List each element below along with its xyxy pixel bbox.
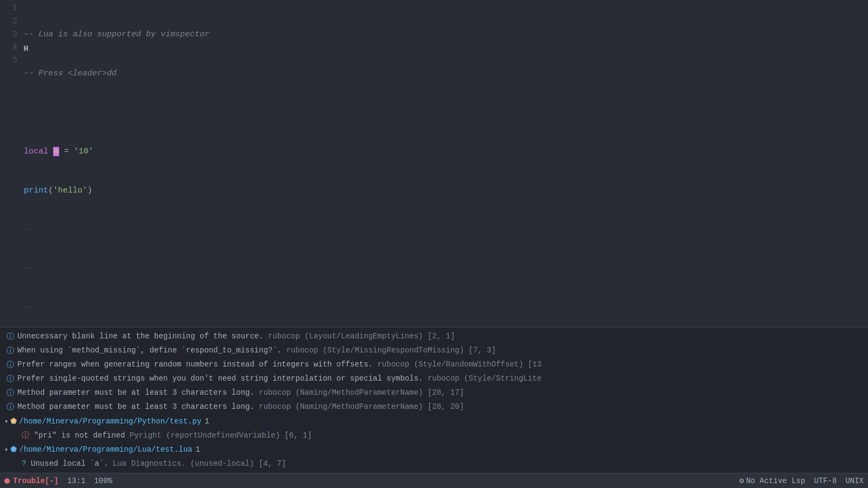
vim-mode-H: H [22, 43, 30, 56]
gear-icon: ⚙ [739, 476, 744, 485]
tilde-line-1: ~ [24, 223, 868, 236]
info-icon-4: ⓘ [7, 374, 14, 385]
code-line-2: -- Press <leader>dd [24, 67, 868, 80]
trouble-msg-5: Method parameter must be at least 3 char… [17, 387, 259, 399]
line-num-4: 4 [0, 41, 17, 54]
trouble-msg-2: When using `method_missing`, define `res… [17, 345, 286, 356]
python-file-path: /home/Minerva/Programming/Python/test.py [19, 416, 201, 427]
status-percent: 100% [94, 477, 113, 485]
hint-icon-1: ? [22, 458, 26, 470]
status-position: 13:1 [67, 477, 86, 485]
trouble-source-5: rubocop (Naming/MethodParameterName) [259, 387, 427, 399]
encoding-text: UTF-8 [814, 477, 837, 485]
tilde-line-2: ~ [24, 262, 868, 275]
code-line-3 [24, 106, 868, 119]
trouble-item-5[interactable]: ⓘ Method parameter must be at least 3 ch… [0, 386, 868, 400]
python-file-row[interactable]: ▾ ⬟ /home/Minerva/Programming/Python/tes… [0, 414, 868, 429]
chevron-down-icon-lua: ▾ [4, 445, 8, 455]
trouble-source-2: rubocop (Style/MissingRespondToMissing) [286, 345, 469, 356]
status-lsp: ⚙ No Active Lsp [739, 476, 806, 485]
keyword-local: local [24, 147, 48, 156]
python-error-source-1: Pyright (reportUndefinedVariable) [130, 430, 285, 441]
trouble-item-2[interactable]: ⓘ When using `method_missing`, define `r… [0, 344, 868, 358]
code-line-5: print('hello') [24, 184, 868, 197]
trouble-msg-6: Method parameter must be at least 3 char… [17, 401, 259, 413]
lsp-status-text: No Active Lsp [746, 477, 805, 485]
trouble-panel: ⓘ Unnecessary blank line at the beginnin… [0, 327, 868, 473]
python-file-icon: ⬟ [10, 416, 17, 427]
paren-open: ( [48, 186, 53, 195]
lua-file-row[interactable]: ▾ ⬟ /home/Minerva/Programming/Lua/test.l… [0, 442, 868, 457]
lua-hint-loc-1: [4, 7] [259, 458, 286, 470]
lua-file-icon: ⬟ [10, 444, 17, 455]
python-error-item-1[interactable]: ⓘ "pri" is not defined Pyright (reportUn… [0, 429, 868, 442]
chevron-down-icon: ▾ [4, 417, 8, 427]
lua-hint-source-1: Lua Diagnostics. (unused-local) [113, 458, 259, 470]
string-hello: 'hello' [53, 186, 87, 195]
lua-file-path: /home/Minerva/Programming/Lua/test.lua [19, 444, 192, 455]
status-mode: Trouble[-] [4, 477, 59, 485]
info-icon-3: ⓘ [7, 359, 14, 371]
error-icon-1: ⓘ [22, 430, 29, 441]
trouble-item-3[interactable]: ⓘ Prefer ranges when generating random n… [0, 358, 868, 372]
tilde-line-3: ~ [24, 301, 868, 314]
trouble-loc-6: [28, 20] [427, 401, 464, 413]
status-dot [4, 478, 10, 484]
comment-text-2: -- Press <leader>dd [24, 69, 117, 78]
trouble-source-4: rubocop (Style/StringLite [427, 373, 541, 384]
assign-op: = [59, 147, 74, 156]
var-a-highlighted: a [53, 147, 59, 156]
editor-area: 1 2 3 4 5 H -- Lua is also supported by … [0, 0, 868, 327]
trouble-source-3: rubocop (Style/RandomWithOffset) [378, 359, 528, 370]
info-icon-6: ⓘ [7, 402, 14, 413]
trouble-msg-1: Unnecessary blank line at the beginning … [17, 331, 268, 342]
trouble-list: ⓘ Unnecessary blank line at the beginnin… [0, 328, 868, 473]
format-text: UNIX [845, 477, 864, 485]
trouble-item-4[interactable]: ⓘ Prefer single-quoted strings when you … [0, 372, 868, 386]
python-error-loc-1: [6, 1] [285, 430, 312, 441]
trouble-item-1[interactable]: ⓘ Unnecessary blank line at the beginnin… [0, 330, 868, 344]
code-line-1: -- Lua is also supported by vimspector [24, 28, 868, 41]
paren-close: ) [87, 186, 92, 195]
python-file-count: 1 [205, 416, 209, 427]
line-numbers: 1 2 3 4 5 [0, 2, 22, 67]
trouble-item-6[interactable]: ⓘ Method parameter must be at least 3 ch… [0, 400, 868, 414]
status-bar: Trouble[-] 13:1 100% ⚙ No Active Lsp UTF… [0, 473, 868, 488]
line-num-3: 3 [0, 28, 17, 41]
line-num-5: 5 [0, 54, 17, 67]
comment-text-1: -- Lua is also supported by vimspector [24, 30, 209, 39]
trouble-loc-2: [7, 3] [469, 345, 496, 356]
trouble-source-1: rubocop (Layout/LeadingEmptyLines) [268, 331, 427, 342]
lua-hint-item-1[interactable]: ? Unused local `a`. Lua Diagnostics. (un… [0, 457, 868, 471]
info-icon-5: ⓘ [7, 388, 14, 399]
code-editor[interactable]: -- Lua is also supported by vimspector -… [22, 2, 868, 327]
status-right: ⚙ No Active Lsp UTF-8 UNIX [739, 476, 864, 485]
string-10: '10' [74, 147, 93, 156]
trouble-loc-1: [2, 1] [427, 331, 455, 342]
info-icon-2: ⓘ [7, 345, 14, 357]
trouble-loc-3: [13 [528, 359, 541, 370]
info-icon-1: ⓘ [7, 331, 14, 343]
trouble-loc-5: [28, 17] [427, 387, 464, 399]
lua-hint-msg-1: Unused local `a`. [26, 458, 113, 470]
line-num-2: 2 [0, 15, 17, 28]
status-mode-text: Trouble[-] [13, 477, 59, 485]
func-print: print [24, 186, 48, 195]
code-line-4: local a = '10' [24, 145, 868, 158]
line-num-1: 1 [0, 2, 17, 15]
status-left: Trouble[-] 13:1 100% [4, 477, 112, 485]
trouble-msg-4: Prefer single-quoted strings when you do… [17, 373, 427, 384]
lua-file-count: 1 [196, 444, 200, 455]
trouble-msg-3: Prefer ranges when generating random num… [17, 359, 378, 370]
python-error-msg-1: "pri" is not defined [29, 430, 130, 441]
trouble-source-6: rubocop (Naming/MethodParameterName) [259, 401, 427, 413]
